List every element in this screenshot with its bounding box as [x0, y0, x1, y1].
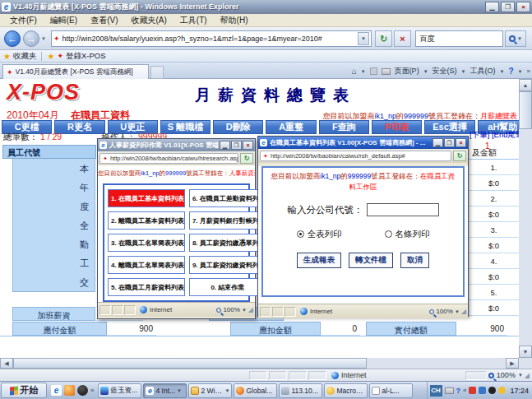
printer-tray-icon[interactable] [445, 387, 454, 394]
taskbar-item-label[interactable]: Macrom... [336, 387, 365, 395]
home-dropdown-icon[interactable]: ▼ [361, 69, 366, 74]
refresh-icon[interactable]: ↻ [240, 153, 253, 164]
favorites-button[interactable]: 收藏夹 [13, 51, 37, 62]
tray-app-icon[interactable] [469, 387, 476, 394]
menu-view[interactable]: 查看(V) [84, 14, 124, 27]
taskbar-item-lanyu[interactable]: 藍玉资... [98, 383, 141, 398]
radio-name-strip[interactable]: 名條列印 [385, 229, 430, 240]
resize-grip[interactable]: ◢ [248, 306, 253, 313]
radio-selected-icon[interactable] [297, 230, 304, 238]
menu-tools[interactable]: 工具(T) [173, 14, 214, 27]
toolbar-button-resigned[interactable]: S 離職檔 [160, 120, 210, 134]
toolbar-button-rebuild[interactable]: A重整 [266, 120, 316, 134]
scroll-right-icon[interactable]: ▶ [506, 358, 519, 369]
taskbar-item-remote[interactable]: 113.10... [279, 383, 322, 398]
start-button[interactable]: 开始 [1, 383, 47, 398]
print-menu-item-4[interactable]: 4. 離職員工名單簡表列表 [108, 256, 185, 274]
menu-file[interactable]: 文件(F) [3, 14, 44, 27]
help-tray-icon[interactable]: ? [456, 387, 461, 395]
taskbar-item-document[interactable]: al-L... [369, 383, 413, 398]
scroll-up-icon[interactable]: ▲ [519, 79, 532, 91]
radio-unselected-icon[interactable] [385, 230, 392, 238]
taskbar-item-macromedia[interactable]: Macrom... [324, 383, 368, 398]
toolbar-button-print[interactable]: P印表 [372, 120, 422, 134]
menu-favorites[interactable]: 收藏夹(A) [124, 14, 173, 27]
taskbar-item-internet-group[interactable]: e 4 Int... ▼ [143, 383, 187, 398]
address-bar[interactable]: ✦ http://win2008/tw/salary/yuexin.asp?h_… [51, 30, 372, 47]
zoom-dropdown-icon[interactable]: ▼ [518, 373, 523, 378]
feeds-icon[interactable] [370, 67, 377, 75]
scroll-down-icon[interactable]: ▼ [519, 346, 532, 358]
toolbar-button-query[interactable]: F查詢 [319, 120, 369, 134]
horizontal-scroll-thumb[interactable] [13, 358, 367, 369]
search-text[interactable]: 百度 [419, 34, 435, 44]
branch-code-input[interactable] [367, 203, 439, 216]
popup-close-button[interactable]: × [456, 138, 466, 147]
qq-tray-icon[interactable] [488, 387, 496, 394]
tools-dropdown-icon[interactable]: ▼ [500, 69, 505, 74]
taskbar-item-windows-group[interactable]: 2 Win... ▼ [188, 383, 232, 398]
refresh-button[interactable]: ↻ [375, 30, 392, 47]
zoom-level[interactable]: 100% [223, 306, 239, 313]
toolbar-button-delete[interactable]: D刪除 [213, 120, 263, 134]
print-icon[interactable] [382, 68, 391, 75]
popup-report-address[interactable]: ✦ http://win2008/tw/baobian/caiwu/rsh_de… [260, 151, 451, 161]
address-dropdown-icon[interactable]: ▼ [358, 32, 369, 45]
radio-full-table-label[interactable]: 全表列印 [308, 229, 342, 239]
overflow-chevron-icon[interactable]: » [527, 67, 530, 75]
vertical-scrollbar[interactable]: ▲ ▼ [519, 79, 532, 358]
print-menu-item-3[interactable]: 3. 在職員工名單簡表列表 [108, 234, 185, 252]
ie-quicklaunch-icon[interactable]: e [51, 385, 62, 396]
qq-quicklaunch-icon[interactable] [77, 385, 88, 396]
generate-report-button[interactable]: 生成報表 [297, 253, 341, 268]
print-menu-item-6[interactable]: 6. 在職員工差勤資料列表 [189, 189, 266, 207]
taskbar-item-label[interactable]: al-L... [382, 387, 399, 395]
popup-report-url[interactable]: http://win2008/tw/baobian/caiwu/rsh_defa… [271, 152, 405, 160]
maximize-button[interactable]: ❐ [501, 2, 515, 12]
scroll-left-icon[interactable]: ◀ [0, 358, 13, 369]
taskbar-item-global[interactable]: Global... [234, 383, 277, 398]
popup-maximize-button[interactable]: ❐ [444, 138, 455, 147]
help-dropdown-icon[interactable]: ▼ [518, 69, 523, 74]
taskbar-item-label[interactable]: 藍玉资... [110, 386, 137, 396]
history-dropdown-icon[interactable]: ▼ [41, 36, 46, 41]
tab-title[interactable]: V1.40月薪總覽表 [X-POS 雲端商務網] [16, 67, 133, 77]
page-dropdown-icon[interactable]: ▼ [423, 69, 428, 74]
search-box[interactable]: 百度 [415, 30, 503, 47]
menu-help[interactable]: 帮助(H) [214, 14, 255, 27]
tools-menu-button[interactable]: 工具(O) [470, 66, 496, 77]
toolbar-button-esc-select[interactable]: Esc選擇 [424, 120, 474, 134]
close-button[interactable]: × [516, 2, 530, 12]
menu-edit[interactable]: 編輯(E) [44, 14, 84, 27]
quicklaunch-chevron-icon[interactable]: » [90, 387, 94, 394]
home-icon[interactable]: ⌂ [352, 67, 357, 76]
horizontal-scrollbar[interactable]: ◀ ▶ [0, 358, 519, 369]
taskbar-item-label[interactable]: 2 Win... [201, 387, 223, 395]
stop-button[interactable]: × [394, 30, 411, 47]
taskbar-item-label[interactable]: Global... [246, 387, 272, 395]
add-favorite-icon[interactable]: ★ [47, 52, 54, 61]
zoom-dropdown-icon[interactable]: ▼ [455, 309, 460, 314]
cancel-button[interactable]: 取消 [400, 253, 429, 268]
popup-minimize-button[interactable]: ▁ [433, 138, 443, 147]
search-dropdown-icon[interactable]: ▼ [517, 36, 522, 41]
safety-menu-button[interactable]: 安全(S) [433, 66, 457, 77]
radio-full-table[interactable]: 全表列印 [297, 229, 342, 240]
back-button[interactable]: ← [4, 30, 21, 47]
zoom-level[interactable]: 100% [436, 308, 452, 315]
print-menu-item-7[interactable]: 7. 月薪資料銀行對帳列表 [189, 211, 266, 230]
help-icon[interactable]: ? [508, 67, 513, 76]
app-quicklaunch-icon[interactable] [64, 385, 75, 396]
taskbar-item-label[interactable]: 113.10... [291, 387, 317, 395]
print-menu-item-8[interactable]: 8. 員工薪資扣繳憑單列表 [189, 234, 266, 252]
resize-grip[interactable]: ◢ [461, 308, 466, 315]
tray-app-icon[interactable] [498, 387, 506, 394]
favorite-link[interactable]: 登錄X-POS [66, 51, 106, 62]
vertical-scroll-thumb[interactable] [519, 91, 532, 129]
page-menu-button[interactable]: 页面(P) [395, 66, 419, 77]
tray-chevron-icon[interactable]: « [463, 387, 466, 394]
minimize-button[interactable]: ▁ [485, 2, 499, 12]
tray-app-icon[interactable] [479, 387, 486, 394]
popup-maximize-button[interactable]: ❐ [231, 141, 242, 150]
popup-print-url[interactable]: http://win2008/tw/baobian/caiwu/hiresear… [110, 155, 238, 162]
